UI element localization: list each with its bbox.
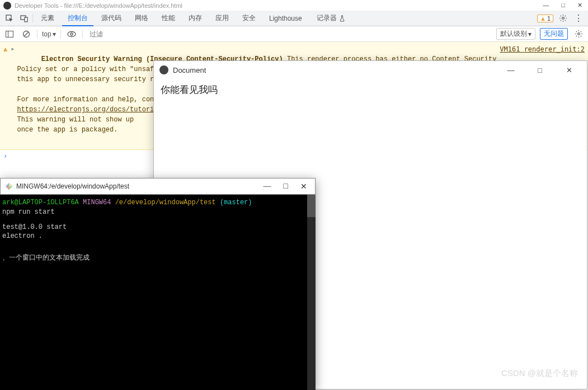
app-icon	[159, 65, 168, 74]
console-settings-gear-icon[interactable]	[572, 28, 585, 40]
issues-chip[interactable]: 无问题	[540, 28, 568, 40]
maximize-button[interactable]: □	[528, 66, 552, 74]
terminal-line: npm run start	[2, 208, 313, 217]
tab-performance[interactable]: 性能	[156, 10, 181, 26]
more-menu-icon[interactable]: ⋮	[572, 12, 585, 25]
tab-recorder[interactable]: 记录器	[311, 10, 351, 26]
mingw-icon	[5, 182, 13, 190]
svg-marker-13	[6, 186, 9, 190]
terminal-title: MINGW64:/e/develop/windowApp/test	[16, 182, 129, 190]
log-level-selector[interactable]: 默认级别 ▾	[496, 28, 535, 40]
close-button[interactable]: ✕	[297, 182, 311, 191]
terminal-line: ark@LAPTOP-1OLLPT6A MINGW64 /e/develop/w…	[2, 198, 313, 208]
svg-point-8	[68, 31, 76, 36]
minimize-button[interactable]: —	[260, 182, 275, 191]
tab-application[interactable]: 应用	[210, 10, 234, 26]
scrollbar-thumb[interactable]	[307, 195, 316, 217]
context-selector[interactable]: top ▾	[42, 30, 56, 38]
svg-line-7	[24, 32, 29, 36]
svg-point-9	[70, 33, 73, 35]
terminal-title-bar: MINGW64:/e/develop/windowApp/test — □ ✕	[0, 178, 316, 195]
tab-network[interactable]: 网络	[129, 10, 154, 26]
flask-icon	[339, 15, 345, 22]
document-title: Document	[173, 66, 206, 74]
tab-elements[interactable]: 元素	[35, 10, 60, 26]
svg-point-10	[577, 33, 580, 35]
svg-rect-4	[6, 31, 13, 37]
terminal-line: electron .	[2, 232, 313, 241]
document-content: 你能看见我吗	[154, 79, 587, 101]
app-icon	[3, 2, 11, 10]
close-button[interactable]: ✕	[557, 66, 581, 74]
tab-memory[interactable]: 内存	[183, 10, 208, 26]
maximize-button[interactable]: □	[559, 2, 567, 9]
devtools-title-bar: Developer Tools - file:///E:/develop/win…	[0, 0, 588, 11]
clear-console-icon[interactable]	[20, 28, 32, 40]
tab-lighthouse[interactable]: Lighthouse	[264, 11, 308, 26]
settings-gear-icon[interactable]	[557, 12, 569, 25]
terminal-line: test@1.0.0 start	[2, 223, 313, 232]
doc-link[interactable]: https://electronjs.org/docs/tutorial/s	[17, 106, 170, 114]
warning-triangle-icon: ▲	[3, 45, 7, 145]
scrollbar[interactable]	[307, 195, 316, 390]
tab-console[interactable]: 控制台	[62, 10, 93, 26]
chevron-down-icon: ▾	[53, 30, 56, 38]
sidebar-toggle-icon[interactable]	[3, 28, 16, 40]
devtools-tabs: 元素 控制台 源代码 网络 性能 内存 应用 安全 Lighthouse 记录器…	[0, 11, 588, 26]
document-title-bar: Document — □ ✕	[154, 61, 587, 79]
tab-security[interactable]: 安全	[237, 10, 261, 26]
expand-caret-icon[interactable]: ▸	[11, 44, 15, 145]
terminal-body[interactable]: ark@LAPTOP-1OLLPT6A MINGW64 /e/develop/w…	[0, 195, 316, 390]
chevron-down-icon: ▾	[528, 30, 531, 38]
terminal-line: 、一个窗口中的文本加载完成	[2, 253, 313, 263]
close-button[interactable]: ✕	[575, 2, 585, 9]
tab-sources[interactable]: 源代码	[96, 10, 127, 26]
console-toolbar: top ▾ 默认级别 ▾ 无问题	[0, 26, 588, 42]
minimize-button[interactable]: —	[498, 66, 523, 74]
inspect-element-icon[interactable]	[3, 12, 16, 25]
warnings-badge[interactable]: ▲ 1	[537, 15, 553, 22]
maximize-button[interactable]: □	[280, 182, 291, 191]
window-title: Developer Tools - file:///E:/develop/win…	[15, 2, 182, 9]
svg-marker-12	[9, 183, 12, 186]
terminal-window: MINGW64:/e/develop/windowApp/test — □ ✕ …	[0, 178, 316, 390]
svg-marker-14	[9, 186, 12, 190]
minimize-button[interactable]: —	[540, 2, 551, 9]
svg-point-3	[562, 17, 564, 20]
warning-triangle-icon: ▲	[540, 15, 546, 22]
svg-rect-2	[25, 17, 27, 22]
device-toolbar-icon[interactable]	[18, 12, 30, 25]
filter-input[interactable]	[87, 29, 188, 39]
live-expression-icon[interactable]	[65, 28, 78, 40]
